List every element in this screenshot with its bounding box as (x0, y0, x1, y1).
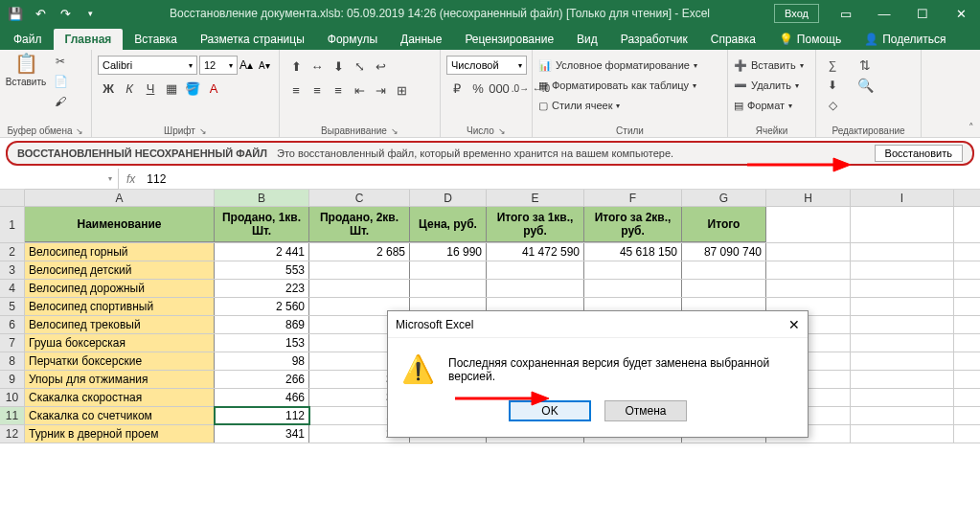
row-header[interactable]: 8 (0, 352, 25, 370)
data-cell[interactable] (682, 280, 766, 297)
column-header[interactable]: E (487, 190, 584, 206)
data-cell[interactable] (851, 352, 954, 370)
row-header[interactable]: 5 (0, 298, 25, 315)
increase-indent-icon[interactable]: ⇥ (370, 79, 391, 101)
data-cell[interactable] (766, 261, 851, 279)
border-button[interactable]: ▦ (161, 78, 182, 99)
data-cell[interactable]: 341 (215, 425, 309, 443)
dialog-launcher-icon[interactable]: ↘ (76, 126, 83, 136)
data-cell[interactable]: 41 472 590 (487, 243, 584, 261)
data-cell[interactable] (682, 261, 766, 279)
header-cell[interactable]: Наименование (25, 207, 215, 242)
formula-input[interactable]: 112 (143, 172, 980, 186)
data-cell[interactable] (851, 316, 954, 333)
dialog-launcher-icon[interactable]: ↘ (199, 126, 207, 136)
cell[interactable] (766, 207, 851, 242)
row-header[interactable]: 7 (0, 334, 25, 352)
tab-insert[interactable]: Вставка (123, 29, 189, 50)
decrease-indent-icon[interactable]: ⇤ (349, 79, 370, 101)
data-cell[interactable] (851, 334, 954, 352)
data-cell[interactable] (851, 298, 954, 315)
data-cell[interactable]: 16 990 (410, 243, 487, 261)
find-select-icon[interactable]: 🔍 (855, 76, 876, 95)
name-cell[interactable]: Велосипед горный (25, 243, 215, 261)
fill-icon[interactable]: ⬇ (822, 76, 843, 95)
format-cells-button[interactable]: ▤Формат▾ (734, 96, 804, 115)
data-cell[interactable] (410, 261, 487, 279)
row-header[interactable]: 3 (0, 261, 25, 279)
column-header[interactable]: B (215, 190, 309, 206)
font-color-button[interactable]: A (203, 78, 224, 99)
bold-button[interactable]: Ж (98, 78, 119, 99)
header-cell[interactable]: Итого за 2кв., руб. (584, 207, 682, 242)
column-header[interactable]: F (584, 190, 682, 206)
maximize-icon[interactable]: ☐ (903, 0, 942, 27)
tab-review[interactable]: Рецензирование (453, 29, 565, 50)
column-header[interactable]: C (309, 190, 410, 206)
data-cell[interactable] (766, 243, 851, 261)
select-all-corner[interactable] (0, 190, 25, 206)
autosum-icon[interactable]: ∑ (822, 56, 843, 75)
tab-home[interactable]: Главная (54, 29, 124, 50)
ok-button[interactable]: OK (509, 400, 591, 421)
decrease-font-icon[interactable]: A▾ (259, 60, 276, 71)
row-header[interactable]: 12 (0, 425, 25, 443)
format-painter-icon[interactable]: 🖌 (50, 92, 71, 111)
tab-help[interactable]: Справка (699, 29, 767, 50)
align-right-icon[interactable]: ≡ (328, 79, 349, 101)
fx-icon[interactable]: fx (119, 172, 143, 186)
signin-button[interactable]: Вход (774, 4, 819, 23)
conditional-formatting-button[interactable]: 📊Условное форматирование▾ (538, 56, 697, 75)
collapse-ribbon-icon[interactable]: ˄ (969, 122, 974, 134)
row-header[interactable]: 4 (0, 280, 25, 297)
name-cell[interactable]: Велосипед спортивный (25, 298, 215, 315)
tab-tellme[interactable]: 💡Помощь (767, 29, 853, 50)
dialog-launcher-icon[interactable]: ↘ (498, 126, 506, 136)
name-cell[interactable]: Скакалка скоростная (25, 389, 215, 406)
name-cell[interactable]: Велосипед дорожный (25, 280, 215, 297)
data-cell[interactable] (851, 425, 954, 443)
data-cell[interactable] (851, 389, 954, 406)
delete-cells-button[interactable]: ➖Удалить▾ (734, 76, 804, 95)
tab-formulas[interactable]: Формулы (316, 29, 389, 50)
column-header[interactable]: H (766, 190, 851, 206)
data-cell[interactable]: 98 (215, 352, 309, 370)
data-cell[interactable] (309, 261, 410, 279)
name-cell[interactable]: Турник в дверной проем (25, 425, 215, 443)
align-bottom-icon[interactable]: ⬇ (328, 56, 349, 77)
data-cell[interactable] (309, 280, 410, 297)
redo-icon[interactable]: ↷ (54, 2, 77, 25)
font-name-select[interactable]: Calibri▾ (98, 56, 197, 75)
data-cell[interactable] (851, 261, 954, 279)
row-header[interactable]: 2 (0, 243, 25, 261)
dialog-launcher-icon[interactable]: ↘ (391, 126, 399, 136)
save-icon[interactable]: 💾 (4, 2, 27, 25)
increase-decimal-icon[interactable]: .0→ (510, 78, 531, 99)
cut-icon[interactable]: ✂ (50, 52, 71, 71)
insert-cells-button[interactable]: ➕Вставить▾ (734, 56, 804, 75)
name-cell[interactable]: Перчатки боксерские (25, 352, 215, 370)
fill-color-button[interactable]: 🪣 (182, 78, 203, 99)
header-cell[interactable]: Итого (682, 207, 766, 242)
merge-cells-icon[interactable]: ⊞ (391, 79, 412, 101)
data-cell[interactable] (487, 261, 584, 279)
data-cell[interactable]: 45 618 150 (584, 243, 682, 261)
cancel-button[interactable]: Отмена (604, 400, 687, 421)
data-cell[interactable] (851, 407, 954, 424)
orientation-icon[interactable]: ⤡ (349, 56, 370, 77)
name-box[interactable]: ▾ (25, 169, 119, 190)
accounting-format-icon[interactable]: ₽ (446, 78, 467, 99)
row-header[interactable]: 11 (0, 407, 25, 424)
data-cell[interactable] (487, 280, 584, 297)
sort-filter-icon[interactable]: ⇅ (855, 56, 876, 75)
ribbon-options-icon[interactable]: ▭ (827, 0, 865, 27)
column-header[interactable]: G (682, 190, 766, 206)
header-cell[interactable]: Продано, 2кв. Шт. (309, 207, 410, 242)
data-cell[interactable] (851, 280, 954, 297)
data-cell[interactable] (851, 371, 954, 388)
column-header[interactable]: D (410, 190, 487, 206)
data-cell[interactable] (410, 280, 487, 297)
row-header[interactable]: 10 (0, 389, 25, 406)
data-cell[interactable]: 153 (215, 334, 309, 352)
data-cell[interactable]: 2 441 (215, 243, 309, 261)
